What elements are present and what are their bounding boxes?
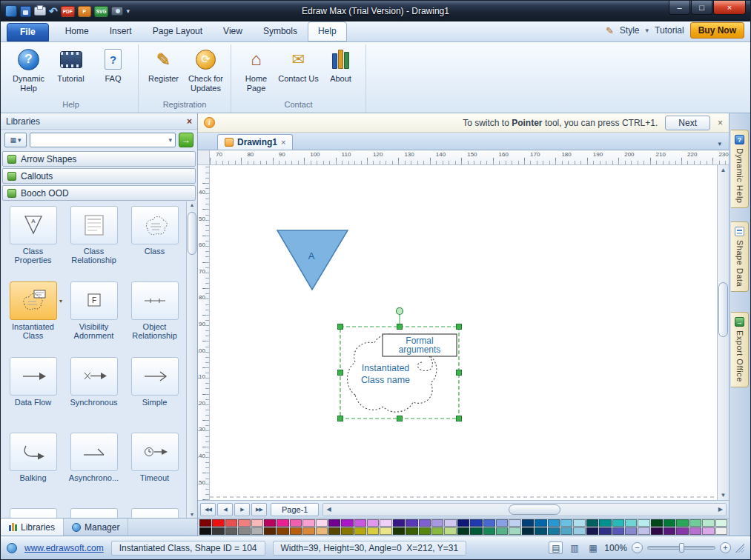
color-swatch[interactable] bbox=[522, 527, 534, 535]
library-section-booch-ood[interactable]: Booch OOD bbox=[2, 185, 196, 201]
color-swatch[interactable] bbox=[316, 519, 328, 527]
color-swatch[interactable] bbox=[522, 519, 534, 527]
color-swatch[interactable] bbox=[457, 519, 469, 527]
color-swatch[interactable] bbox=[290, 519, 302, 527]
color-swatch[interactable] bbox=[367, 527, 379, 535]
page-tab-page1[interactable]: Page-1 bbox=[271, 503, 319, 516]
drawing-canvas[interactable]: A Formal arguments Instantiated Class na… bbox=[210, 165, 717, 500]
color-swatch[interactable] bbox=[354, 527, 366, 535]
dynamic-help-button[interactable]: ? Dynamic Help bbox=[7, 44, 50, 93]
shape-item-data-flow[interactable]: Data Flow bbox=[4, 357, 62, 428]
shape-variant-caret-icon[interactable]: ▾ bbox=[59, 298, 62, 304]
color-swatch[interactable] bbox=[638, 527, 649, 535]
scroll-up-icon[interactable]: ▲ bbox=[190, 202, 195, 207]
color-swatch[interactable] bbox=[380, 519, 391, 527]
color-swatch[interactable] bbox=[702, 519, 714, 527]
library-go-button[interactable]: → bbox=[179, 133, 193, 147]
color-swatch[interactable] bbox=[612, 527, 624, 535]
scroll-left-icon[interactable]: ◀ bbox=[326, 506, 331, 513]
color-swatch[interactable] bbox=[341, 527, 353, 535]
v-scrollbar[interactable]: ▲ ▼ bbox=[717, 165, 729, 500]
edraw-logo-icon[interactable] bbox=[5, 4, 17, 18]
color-swatch[interactable] bbox=[290, 527, 302, 535]
shape-item-partial-module[interactable]: Module name bbox=[125, 508, 184, 518]
color-swatch[interactable] bbox=[702, 527, 714, 535]
color-swatch[interactable] bbox=[444, 519, 456, 527]
color-swatch[interactable] bbox=[689, 519, 701, 527]
color-swatch[interactable] bbox=[483, 527, 495, 535]
view-normal-icon[interactable]: ▤ bbox=[549, 541, 563, 554]
color-swatch[interactable] bbox=[354, 519, 366, 527]
shape-item-class-relationship[interactable]: Class Relationship bbox=[64, 206, 123, 277]
export-ppt-button[interactable]: P bbox=[78, 6, 91, 17]
color-swatch[interactable] bbox=[264, 519, 276, 527]
shape-item-timeout[interactable]: Timeout bbox=[125, 433, 184, 504]
buy-now-button[interactable]: Buy Now bbox=[690, 22, 744, 39]
about-button[interactable]: About bbox=[320, 44, 362, 84]
color-swatch[interactable] bbox=[483, 519, 495, 527]
shape-item-partial-rounded[interactable] bbox=[64, 508, 123, 518]
color-swatch[interactable] bbox=[419, 527, 431, 535]
tip-close-icon[interactable]: × bbox=[718, 118, 723, 128]
color-swatch[interactable] bbox=[251, 519, 263, 527]
sidebar-tab-dynamic-help[interactable]: ? Dynamic Help bbox=[731, 130, 749, 208]
color-swatch[interactable] bbox=[470, 519, 482, 527]
maximize-button[interactable]: □ bbox=[691, 1, 712, 15]
zoom-slider-thumb[interactable] bbox=[679, 543, 684, 553]
color-swatch[interactable] bbox=[225, 519, 237, 527]
library-search-combo[interactable]: ▾ bbox=[30, 133, 176, 147]
color-swatch[interactable] bbox=[560, 527, 572, 535]
color-swatch[interactable] bbox=[431, 527, 443, 535]
color-swatch[interactable] bbox=[689, 527, 701, 535]
tab-view[interactable]: View bbox=[213, 21, 253, 41]
v-scroll-thumb[interactable] bbox=[718, 282, 728, 337]
color-swatch[interactable] bbox=[548, 519, 560, 527]
color-swatch[interactable] bbox=[277, 527, 288, 535]
website-link[interactable]: www.edrawsoft.com bbox=[24, 543, 104, 553]
color-swatch[interactable] bbox=[599, 519, 611, 527]
shape-item-class[interactable]: Class bbox=[125, 206, 184, 277]
color-swatch[interactable] bbox=[664, 527, 675, 535]
check-updates-button[interactable]: ⟳ Check for Updates bbox=[185, 44, 227, 93]
register-button[interactable]: ✎ Register bbox=[142, 44, 185, 84]
rotation-handle[interactable] bbox=[397, 308, 403, 315]
scroll-right-icon[interactable]: ▶ bbox=[718, 506, 723, 513]
color-swatch[interactable] bbox=[225, 527, 237, 535]
undo-button[interactable]: ↶ bbox=[49, 4, 58, 18]
color-swatch[interactable] bbox=[199, 519, 211, 527]
color-swatch[interactable] bbox=[676, 519, 688, 527]
color-swatch[interactable] bbox=[535, 527, 546, 535]
color-swatch[interactable] bbox=[328, 527, 340, 535]
qat-dropdown-caret[interactable]: ▾ bbox=[126, 4, 130, 18]
first-page-button[interactable]: ◀◀ bbox=[200, 503, 216, 516]
color-swatch[interactable] bbox=[625, 519, 637, 527]
h-scroll-thumb[interactable] bbox=[509, 504, 560, 515]
library-view-mode-button[interactable]: ▦▾ bbox=[4, 133, 27, 147]
zoom-out-button[interactable]: − bbox=[632, 542, 643, 553]
print-button[interactable] bbox=[34, 4, 46, 18]
canvas-shape-triangle[interactable]: A bbox=[277, 230, 348, 290]
view-page-icon[interactable]: ▦ bbox=[586, 541, 600, 554]
screen-capture-button[interactable] bbox=[111, 4, 123, 18]
color-swatch[interactable] bbox=[393, 527, 405, 535]
style-menu[interactable]: Style bbox=[620, 25, 640, 36]
color-swatch[interactable] bbox=[316, 527, 328, 535]
color-swatch[interactable] bbox=[612, 519, 624, 527]
shape-item-visibility-adornment[interactable]: F Visibility Adornment bbox=[64, 281, 123, 353]
shape-item-instantiated-class[interactable]: ▾ Instantiated Class bbox=[4, 281, 62, 353]
libraries-scrollbar[interactable]: ▲ ▼ bbox=[186, 201, 197, 518]
color-swatch[interactable] bbox=[251, 527, 263, 535]
color-swatch[interactable] bbox=[444, 527, 456, 535]
color-swatch[interactable] bbox=[457, 527, 469, 535]
color-swatch[interactable] bbox=[676, 527, 688, 535]
library-section-callouts[interactable]: Callouts bbox=[2, 168, 196, 184]
zoom-in-button[interactable]: + bbox=[720, 542, 731, 553]
color-swatch[interactable] bbox=[419, 519, 431, 527]
tab-file[interactable]: File bbox=[7, 23, 49, 41]
minimize-button[interactable]: – bbox=[669, 1, 690, 15]
color-swatch[interactable] bbox=[328, 519, 340, 527]
shape-item-synchronous[interactable]: Synchronous bbox=[64, 357, 123, 428]
tab-manager[interactable]: Manager bbox=[64, 519, 128, 536]
color-swatch[interactable] bbox=[406, 519, 417, 527]
color-swatch[interactable] bbox=[277, 519, 288, 527]
